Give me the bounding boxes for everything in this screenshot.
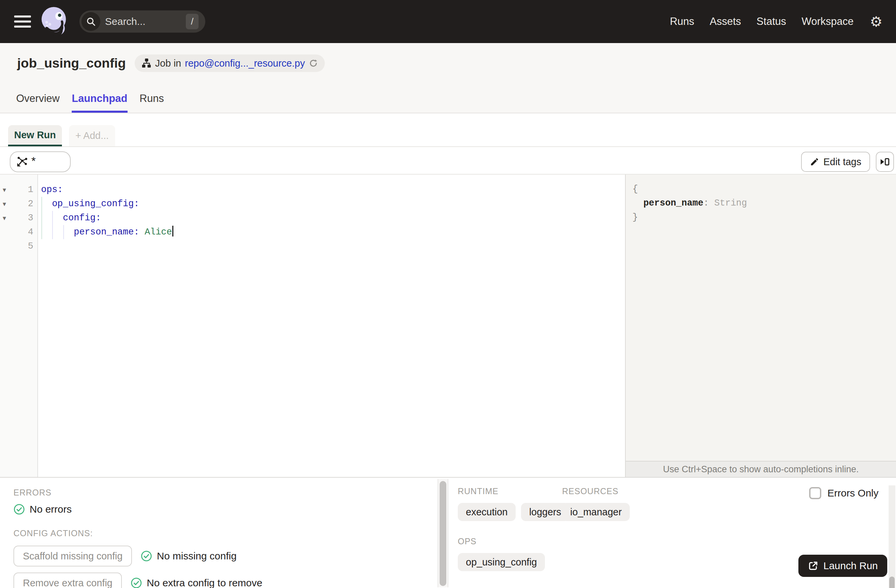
resources-section-label: RESOURCES bbox=[562, 486, 630, 496]
run-tab-new-run[interactable]: New Run bbox=[8, 125, 62, 146]
tab-overview[interactable]: Overview bbox=[16, 93, 59, 113]
line-number: 1 bbox=[10, 185, 37, 195]
settings-gear-icon[interactable]: ⚙ bbox=[870, 14, 882, 30]
scaffold-missing-config-button[interactable]: Scaffold missing config bbox=[14, 545, 132, 567]
reload-icon[interactable] bbox=[309, 59, 318, 68]
errors-only-checkbox[interactable] bbox=[809, 487, 821, 499]
no-missing-config-status: No missing config bbox=[141, 550, 237, 562]
page-header: job_using_config Job in repo@config..._r… bbox=[0, 43, 896, 113]
ops-section-label: OPS bbox=[458, 536, 569, 546]
check-circle-icon bbox=[14, 504, 25, 515]
errors-and-actions-pane: ERRORS No errors CONFIG ACTIONS: Scaffol… bbox=[0, 478, 437, 588]
fold-arrow-icon[interactable]: ▾ bbox=[0, 186, 10, 194]
run-tab-add[interactable]: + Add... bbox=[69, 125, 115, 146]
expand-panel-button[interactable] bbox=[876, 152, 894, 172]
global-search: / bbox=[79, 11, 205, 33]
errors-only-label: Errors Only bbox=[827, 488, 879, 499]
code-line: ops: bbox=[41, 183, 625, 197]
editor-gutter: ▾1 ▾2 ▾3 4 5 bbox=[0, 175, 38, 477]
check-circle-icon bbox=[141, 550, 152, 562]
code-line: person_name: Alice bbox=[41, 225, 625, 239]
errors-section-label: ERRORS bbox=[14, 488, 437, 497]
line-number: 2 bbox=[10, 199, 37, 209]
launchpad-toolbar: * Edit tags bbox=[0, 147, 896, 174]
indent-guide bbox=[63, 225, 64, 239]
job-location-badge: Job in repo@config..._resource.py bbox=[135, 55, 325, 72]
indent-guide bbox=[41, 197, 42, 239]
job-hierarchy-icon bbox=[142, 58, 151, 68]
code-line: op_using_config: bbox=[41, 197, 625, 211]
right-pane-scrollbar[interactable] bbox=[888, 485, 895, 588]
schema-code: { person_name: String } bbox=[626, 175, 896, 224]
fold-arrow-icon[interactable]: ▾ bbox=[0, 200, 10, 208]
errors-only-control: Errors Only bbox=[809, 487, 879, 499]
launch-run-label: Launch Run bbox=[823, 560, 878, 571]
indent-guide bbox=[52, 211, 53, 239]
autocomplete-hint: Use Ctrl+Space to show auto-completions … bbox=[626, 461, 896, 477]
job-badge-prefix: Job in bbox=[155, 58, 181, 69]
job-tabs: Overview Launchpad Runs bbox=[16, 93, 164, 113]
dagster-launchpad-page: / Runs Assets Status Workspace ⚙ job_usi… bbox=[0, 0, 896, 588]
page-title: job_using_config bbox=[17, 56, 126, 71]
remove-extra-config-button[interactable]: Remove extra config bbox=[14, 573, 122, 588]
launchpad-run-tabs: New Run + Add... bbox=[0, 113, 896, 147]
nav-link-status[interactable]: Status bbox=[757, 15, 786, 27]
job-repo-link[interactable]: repo@config..._resource.py bbox=[185, 58, 305, 69]
bottom-panel: ERRORS No errors CONFIG ACTIONS: Scaffol… bbox=[0, 477, 896, 588]
runtime-section-label: RUNTIME bbox=[458, 486, 569, 496]
edit-tags-label: Edit tags bbox=[823, 156, 861, 167]
line-number: 4 bbox=[10, 227, 37, 237]
no-extra-config-status: No extra config to remove bbox=[131, 577, 262, 588]
config-editor-region: ▾1 ▾2 ▾3 4 5 ops: op_using_config: confi… bbox=[0, 174, 896, 477]
text-cursor bbox=[172, 226, 173, 237]
no-errors-status: No errors bbox=[14, 504, 437, 515]
search-input[interactable] bbox=[105, 16, 172, 27]
search-shortcut-key: / bbox=[186, 14, 198, 29]
op-selector-value: * bbox=[31, 154, 36, 167]
search-icon bbox=[81, 12, 100, 31]
nav-link-assets[interactable]: Assets bbox=[710, 15, 741, 27]
code-line: config: bbox=[41, 211, 625, 225]
nav-link-workspace[interactable]: Workspace bbox=[802, 15, 854, 27]
op-tag[interactable]: op_using_config bbox=[458, 553, 545, 571]
tab-runs[interactable]: Runs bbox=[140, 93, 164, 113]
play-panel-icon bbox=[880, 157, 890, 167]
external-link-icon bbox=[808, 561, 818, 571]
resource-tag[interactable]: io_manager bbox=[562, 503, 630, 521]
top-nav-bar: / Runs Assets Status Workspace ⚙ bbox=[0, 0, 896, 43]
op-graph-icon bbox=[16, 156, 28, 168]
yaml-editor[interactable]: ops: op_using_config: config: person_nam… bbox=[38, 175, 625, 477]
fold-arrow-icon[interactable]: ▾ bbox=[0, 214, 10, 222]
config-actions-label: CONFIG ACTIONS: bbox=[14, 529, 437, 538]
config-schema-panel: { person_name: String } Use Ctrl+Space t… bbox=[625, 175, 896, 477]
launch-run-button[interactable]: Launch Run bbox=[798, 555, 887, 577]
left-pane-scrollbar[interactable] bbox=[437, 479, 448, 587]
scrollbar-thumb[interactable] bbox=[440, 481, 446, 586]
line-number: 3 bbox=[10, 213, 37, 223]
op-selector-input[interactable]: * bbox=[10, 151, 71, 172]
top-nav-links: Runs Assets Status Workspace bbox=[670, 15, 853, 27]
dagster-logo-icon[interactable] bbox=[40, 5, 69, 38]
edit-tags-button[interactable]: Edit tags bbox=[801, 152, 870, 172]
scrollbar-thumb[interactable] bbox=[889, 577, 894, 588]
runtime-tag[interactable]: execution bbox=[458, 503, 516, 521]
hamburger-menu-icon[interactable] bbox=[14, 15, 31, 27]
nav-link-runs[interactable]: Runs bbox=[670, 15, 694, 27]
line-number: 5 bbox=[10, 241, 37, 251]
check-circle-icon bbox=[131, 577, 142, 588]
code-line bbox=[41, 239, 625, 253]
tab-launchpad[interactable]: Launchpad bbox=[72, 93, 127, 113]
pencil-icon bbox=[810, 157, 819, 167]
